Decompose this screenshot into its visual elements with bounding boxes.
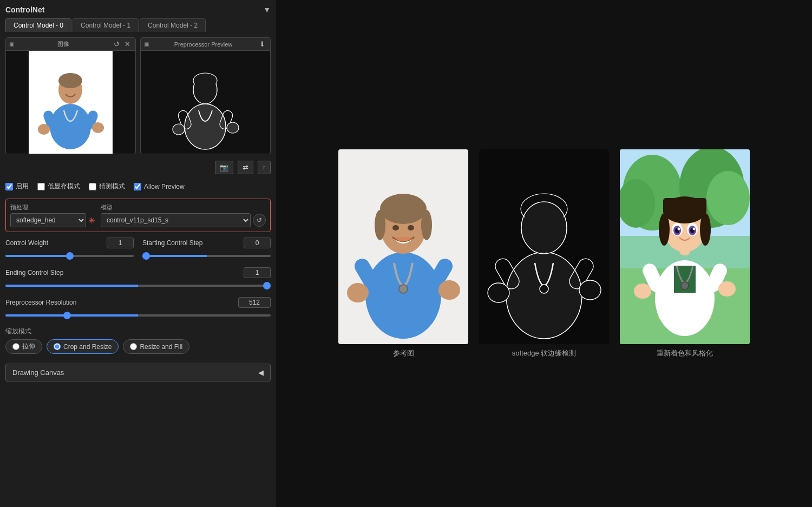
result-edge-svg bbox=[479, 149, 609, 344]
panel-title: ControlNet bbox=[5, 5, 44, 14]
close-icon[interactable]: ✕ bbox=[123, 39, 132, 49]
svg-point-1 bbox=[50, 104, 91, 149]
starting-step-value[interactable] bbox=[244, 238, 271, 248]
preprocessor-label: 预处理 bbox=[10, 203, 95, 212]
model-row: control_v11p_sd15_s none control_v11p_sd… bbox=[101, 213, 266, 227]
result-label-reference: 参考图 bbox=[393, 348, 414, 358]
zoom-fill-radio[interactable] bbox=[130, 343, 137, 350]
low-vram-checkbox[interactable] bbox=[37, 183, 45, 190]
allow-preview-checkbox-item[interactable]: Allow Preview bbox=[134, 183, 185, 190]
ending-step-label: Ending Control Step bbox=[5, 269, 63, 276]
svg-point-29 bbox=[347, 283, 369, 302]
svg-point-26 bbox=[408, 225, 414, 231]
panel-header: ControlNet ▼ bbox=[5, 5, 271, 14]
zoom-radio-group: 拉伸 Crop and Resize Resize and Fill bbox=[5, 339, 271, 354]
svg-point-48 bbox=[706, 171, 750, 225]
nurse-photo-svg bbox=[29, 51, 113, 154]
svg-point-42 bbox=[540, 285, 548, 293]
preproc-res-slider[interactable] bbox=[5, 314, 271, 317]
svg-point-19 bbox=[365, 252, 441, 339]
preproc-res-value[interactable] bbox=[238, 297, 271, 308]
svg-point-24 bbox=[421, 210, 432, 240]
input-image-header: ▣ 图像 ↺ ✕ bbox=[6, 38, 135, 51]
zoom-label: 缩放模式 bbox=[5, 327, 271, 336]
svg-point-15 bbox=[227, 122, 239, 133]
model-select[interactable]: control_v11p_sd15_s none control_v11p_sd… bbox=[101, 213, 251, 227]
result-img-reference bbox=[338, 149, 468, 344]
tabs-row: Control Model - 0 Control Model - 1 Cont… bbox=[5, 18, 271, 32]
control-weight-slider[interactable] bbox=[5, 255, 134, 257]
result-anime-svg bbox=[620, 149, 750, 344]
preprocessor-select[interactable]: softedge_hed none canny depth openpose bbox=[10, 213, 86, 227]
control-weight-header: Control Weight bbox=[5, 238, 134, 248]
upload-button[interactable]: ↑ bbox=[258, 161, 271, 174]
svg-point-43 bbox=[522, 203, 566, 253]
camera-button[interactable]: 📷 bbox=[215, 161, 233, 174]
guess-mode-label: 猜测模式 bbox=[99, 182, 125, 191]
svg-point-70 bbox=[634, 284, 651, 299]
starting-step-header: Starting Control Step bbox=[142, 238, 271, 248]
ending-step-slider[interactable] bbox=[5, 285, 271, 287]
zoom-stretch-label: 拉伸 bbox=[22, 342, 35, 351]
svg-point-72 bbox=[681, 282, 689, 289]
starting-step-slider[interactable] bbox=[142, 255, 271, 257]
svg-point-17 bbox=[194, 74, 217, 88]
zoom-crop-resize-item[interactable]: Crop and Resize bbox=[47, 339, 119, 354]
toolbar-row: 📷 ⇄ ↑ bbox=[5, 159, 271, 176]
preproc-res-section: Preprocessor Resolution bbox=[5, 297, 271, 318]
svg-point-67 bbox=[693, 227, 696, 230]
model-refresh-button[interactable]: ↺ bbox=[253, 214, 266, 227]
star-icon: ✳ bbox=[88, 215, 95, 226]
drawing-canvas-row[interactable]: Drawing Canvas ◀ bbox=[5, 364, 271, 381]
allow-preview-checkbox[interactable] bbox=[134, 183, 141, 190]
tab-control-model-0[interactable]: Control Model - 0 bbox=[5, 18, 71, 32]
zoom-crop-radio[interactable] bbox=[54, 343, 61, 350]
ending-step-header: Ending Control Step bbox=[5, 267, 271, 278]
svg-point-30 bbox=[438, 280, 460, 300]
enable-label: 启用 bbox=[16, 182, 29, 191]
input-image-box: ▣ 图像 ↺ ✕ bbox=[5, 37, 136, 154]
enable-checkbox-item[interactable]: 启用 bbox=[5, 182, 29, 191]
low-vram-label: 低显存模式 bbox=[48, 182, 80, 191]
preproc-res-header: Preprocessor Resolution bbox=[5, 297, 271, 308]
preprocessor-row: softedge_hed none canny depth openpose ✳ bbox=[10, 213, 95, 227]
result-img-edge bbox=[479, 149, 609, 344]
zoom-stretch-radio[interactable] bbox=[12, 343, 19, 350]
preproc-res-label: Preprocessor Resolution bbox=[5, 299, 76, 306]
zoom-fill-label: Resize and Fill bbox=[140, 343, 182, 351]
preview-image-label: Preprocessor Preview bbox=[174, 41, 233, 48]
result-card-anime: 重新着色和风格化 bbox=[620, 149, 750, 358]
preview-image-header: ▣ Preprocessor Preview ⬇ bbox=[141, 38, 270, 51]
zoom-stretch-item[interactable]: 拉伸 bbox=[5, 339, 42, 354]
guess-mode-checkbox-item[interactable]: 猜测模式 bbox=[89, 182, 125, 191]
control-weight-value[interactable] bbox=[107, 238, 134, 248]
low-vram-checkbox-item[interactable]: 低显存模式 bbox=[37, 182, 80, 191]
input-image-content[interactable] bbox=[6, 51, 135, 154]
ending-step-value[interactable] bbox=[244, 267, 271, 278]
tab-control-model-1[interactable]: Control Model - 1 bbox=[73, 18, 139, 32]
download-icon[interactable]: ⬇ bbox=[258, 39, 267, 49]
result-card-edge: softedge 软边缘检测 bbox=[479, 149, 609, 358]
enable-checkbox[interactable] bbox=[5, 183, 13, 190]
guess-mode-checkbox[interactable] bbox=[89, 183, 96, 190]
panel-collapse-arrow[interactable]: ▼ bbox=[263, 5, 271, 14]
allow-preview-label: Allow Preview bbox=[144, 183, 185, 190]
zoom-crop-label: Crop and Resize bbox=[63, 343, 112, 351]
input-image-label: 图像 bbox=[57, 40, 69, 48]
svg-point-57 bbox=[659, 213, 670, 246]
zoom-resize-fill-item[interactable]: Resize and Fill bbox=[123, 339, 189, 354]
right-panel: 参考图 bbox=[276, 0, 812, 507]
zoom-section: 缩放模式 拉伸 Crop and Resize Resize and Fill bbox=[5, 327, 271, 354]
svg-point-22 bbox=[380, 194, 427, 224]
svg-point-66 bbox=[678, 227, 680, 230]
refresh-icon[interactable]: ↺ bbox=[112, 39, 121, 49]
tab-control-model-2[interactable]: Control Model - 2 bbox=[140, 18, 206, 32]
svg-point-7 bbox=[92, 122, 104, 133]
checkboxes-row: 启用 低显存模式 猜测模式 Allow Preview bbox=[5, 180, 271, 193]
result-label-anime: 重新着色和风格化 bbox=[657, 348, 713, 358]
ending-step-section: Ending Control Step bbox=[5, 267, 271, 288]
swap-button[interactable]: ⇄ bbox=[238, 161, 253, 174]
svg-point-6 bbox=[38, 124, 50, 135]
result-nurse-svg bbox=[338, 149, 468, 344]
control-weight-section: Control Weight bbox=[5, 238, 134, 259]
